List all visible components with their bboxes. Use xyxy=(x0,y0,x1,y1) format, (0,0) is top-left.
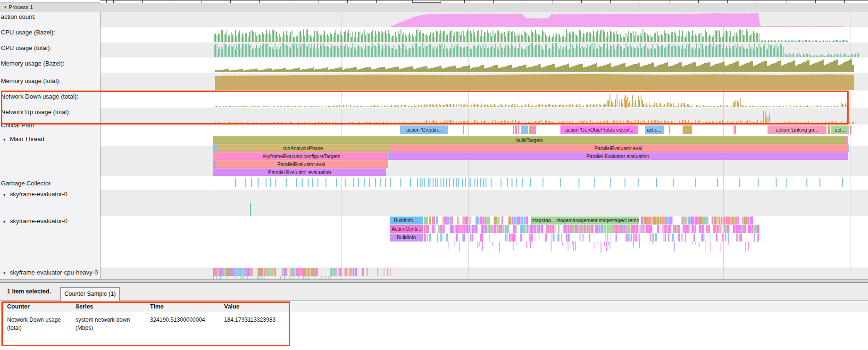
skyframe2-depth1-slice-stagstag-stagemanagement[interactable]: stagstag... stagemanagement.stagestagecl… xyxy=(532,217,639,225)
collapse-triangle-icon[interactable]: ▾ xyxy=(3,271,10,275)
collapse-triangle-icon[interactable]: ▾ xyxy=(3,137,10,142)
main-thread-depth1-slice[interactable] xyxy=(846,136,848,144)
main-thread-depth2-slice[interactable] xyxy=(847,144,849,152)
skyframe2-depth1-slice[interactable] xyxy=(429,217,431,225)
track-label-text: Main Thread xyxy=(10,135,44,142)
tab-counter-sample[interactable]: Counter Sample (1) xyxy=(60,287,120,301)
critical-path-slice[interactable] xyxy=(683,125,692,134)
collapse-triangle-icon[interactable]: ▾ xyxy=(4,3,7,12)
track-label-memory-usage-bazel: Memory usage (Bazel): xyxy=(0,60,100,67)
collapse-triangle-icon[interactable]: ▾ xyxy=(3,219,10,224)
track-label-text: skyframe-evaluator-0 xyxy=(10,191,67,198)
critical-path-slice[interactable] xyxy=(513,125,514,134)
process-label: Process 1 xyxy=(9,4,33,10)
track-sidebar: action count:CPU usage (Bazel):CPU usage… xyxy=(0,12,100,279)
skyframe2-depth1-slice[interactable] xyxy=(424,217,428,225)
skyframe2-depth1-slice-buildinfo[interactable]: BuildInfo ... xyxy=(390,217,423,225)
collapse-triangle-icon[interactable]: ▾ xyxy=(3,192,10,197)
skyframe2-depth1-slice[interactable] xyxy=(432,217,435,225)
track-label-text: CPU usage (Bazel): xyxy=(1,29,55,36)
critical-path-slice[interactable] xyxy=(518,125,519,134)
track-label-cpu-usage-bazel: CPU usage (Bazel): xyxy=(0,29,100,36)
track-label-skyframe-evaluator-0[interactable]: ▾skyframe-evaluator-0 xyxy=(0,217,99,225)
critical-path-slice[interactable] xyxy=(669,125,670,134)
panel-splitter[interactable] xyxy=(0,279,868,283)
track-label-garbage-collector: Garbage Collector xyxy=(0,180,100,187)
details-tabstrip: 1 item selected. Counter Sample (1) xyxy=(0,283,868,301)
critical-path-slice-action-linking-go[interactable]: action 'Linking go... xyxy=(768,125,826,134)
track-label-text: skyframe-evaluator-0 xyxy=(10,217,67,225)
skyframe2-depth2-slice-actionconti[interactable]: ActionConti... xyxy=(390,225,423,233)
critical-path-slice[interactable] xyxy=(515,125,517,134)
tab-counter-sample-label: Counter Sample (1) xyxy=(64,291,116,297)
ruler-viewport-indicator[interactable] xyxy=(412,0,441,3)
critical-path-slice[interactable] xyxy=(828,125,830,134)
track-label-text: Memory usage (Bazel): xyxy=(1,60,64,67)
critical-path-slice-action-creatin[interactable]: action 'Creatin... xyxy=(400,125,448,134)
main-thread-depth2-slice[interactable] xyxy=(213,144,217,152)
skyframe2-depth3-slice-buildinfo[interactable]: BuildInfo xyxy=(390,233,423,242)
main-thread-depth4-slice[interactable] xyxy=(387,160,388,168)
main-thread-depth3-slice-skyframeexecutor-configu[interactable]: skyframeExecutor.configureTargets xyxy=(216,152,387,160)
main-thread-depth5-slice-parallel-evaluator-evalu[interactable]: Parallel Evaluator evaluation xyxy=(213,168,386,176)
process-header[interactable]: ▾Process 1 xyxy=(0,2,868,12)
track-label-text: Garbage Collector xyxy=(1,180,51,187)
track-label-memory-usage-total: Memory usage (total): xyxy=(0,77,100,84)
critical-path-slice[interactable] xyxy=(532,125,536,134)
track-label-skyframe-evaluator-0[interactable]: ▾skyframe-evaluator-0 xyxy=(0,191,99,198)
annotation-box-counter-table xyxy=(1,301,290,346)
skyframe-evaluator-1-slice[interactable] xyxy=(250,203,251,216)
main-thread-depth3-slice-parallel-evaluator-evalu[interactable]: Parallel Evaluator evaluation xyxy=(389,152,847,160)
critical-path-slice[interactable] xyxy=(529,125,532,134)
critical-path-slice[interactable] xyxy=(463,125,464,134)
critical-path-slice-action-genobjcprotos-vid[interactable]: action 'GenObjcProtos video/... xyxy=(560,125,638,134)
track-label-cpu-usage-total: CPU usage (total): xyxy=(0,44,100,51)
critical-path-slice[interactable] xyxy=(734,125,736,134)
critical-path-slice-actio[interactable]: actio... xyxy=(645,125,664,134)
skyframe2-depth1-slice[interactable] xyxy=(436,217,438,225)
track-label-skyframe-evaluator-cpu-heavy-0[interactable]: ▾skyframe-evaluator-cpu-heavy-0 xyxy=(0,269,99,276)
track-label-text: Memory usage (total): xyxy=(1,77,60,84)
track-label-action-count: action count: xyxy=(0,13,100,20)
main-thread-depth3-slice[interactable] xyxy=(847,152,848,160)
annotation-box-network-rows xyxy=(1,91,849,125)
track-label-text: CPU usage (total): xyxy=(1,44,51,51)
track-label-text: skyframe-evaluator-cpu-heavy-0 xyxy=(10,269,98,276)
track-label-main-thread[interactable]: ▾Main Thread xyxy=(0,135,99,142)
main-thread-depth2-slice-runanalysisphase[interactable]: runAnalysisPhase xyxy=(217,144,390,152)
trace-viewer-app: action 'Creatin...action 'GenObjcProtos … xyxy=(0,0,868,350)
track-label-text: action count: xyxy=(1,13,36,20)
critical-path-slice[interactable] xyxy=(521,125,528,134)
main-thread-depth4-slice-parallelevaluator-eval[interactable]: ParallelEvaluator.eval xyxy=(216,160,387,168)
critical-path-slice[interactable] xyxy=(850,125,851,134)
main-thread-depth1-slice-buildtargets[interactable]: buildTargets xyxy=(213,136,846,144)
critical-path-slice-act[interactable]: act... xyxy=(831,125,849,134)
main-thread-depth2-slice-parallelevaluator-eval[interactable]: ParallelEvaluator.eval xyxy=(390,144,847,152)
selection-status: 1 item selected. xyxy=(7,288,51,295)
timeline-ruler[interactable] xyxy=(100,0,868,3)
